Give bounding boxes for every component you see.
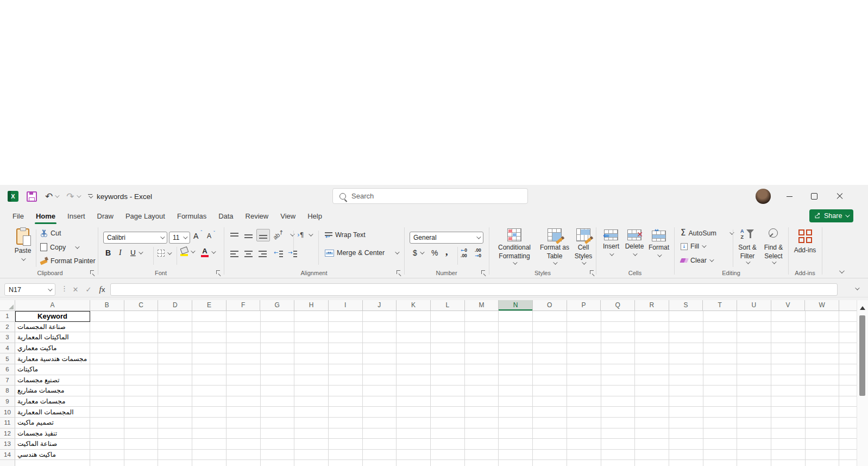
column-header-c[interactable]: C (124, 300, 159, 311)
cell-a1[interactable]: Keyword (15, 311, 90, 322)
column-header-j[interactable]: J (363, 300, 397, 311)
tab-help[interactable]: Help (301, 208, 328, 224)
restore-button[interactable] (802, 185, 827, 208)
format-cells-button[interactable]: ↔ Format (647, 229, 671, 257)
column-header-s[interactable]: S (669, 300, 703, 311)
grid-cells-row-partial[interactable] (90, 460, 857, 466)
merge-center-button[interactable]: ↔ Merge & Center (325, 249, 398, 257)
row-header-14[interactable]: 14 (0, 450, 15, 461)
cell-a7[interactable]: تصنيع مجسمات (15, 375, 90, 386)
excel-app-icon[interactable] (8, 191, 18, 202)
clipboard-dialog-launcher-icon[interactable] (90, 270, 96, 276)
row-header-10[interactable]: 10 (0, 407, 15, 418)
copy-button[interactable]: Copy (40, 243, 78, 251)
find-select-button[interactable]: Find & Select (761, 228, 786, 264)
share-button[interactable]: Share (809, 209, 853, 222)
column-header-w[interactable]: W (805, 300, 839, 311)
delete-cells-button[interactable]: ✕ Delete (623, 229, 646, 256)
decrease-decimal-button[interactable]: .00→0 (475, 248, 481, 259)
tab-formulas[interactable]: Formulas (171, 208, 212, 224)
comma-style-button[interactable]: , (445, 246, 448, 258)
column-header-l[interactable]: L (431, 300, 465, 311)
grid-cells-row-7[interactable] (90, 375, 857, 386)
row-header-1[interactable]: 1 (0, 311, 15, 322)
styles-dialog-launcher-icon[interactable] (590, 270, 595, 276)
autosum-button[interactable]: Σ AutoSum (681, 229, 733, 237)
column-header-d[interactable]: D (158, 300, 192, 311)
row-header-7[interactable]: 7 (0, 375, 15, 386)
column-header-h[interactable]: H (294, 300, 329, 311)
addins-button[interactable]: Add-ins (791, 229, 819, 255)
row-header-12[interactable]: 12 (0, 428, 15, 439)
grid-cells-row-4[interactable] (90, 343, 857, 354)
font-color-button[interactable]: A (201, 247, 215, 257)
row-header-8[interactable]: 8 (0, 386, 15, 396)
tab-data[interactable]: Data (212, 208, 239, 224)
text-direction-button[interactable]: ›¶ (297, 231, 312, 239)
column-header-b[interactable]: B (90, 300, 124, 311)
tab-page-layout[interactable]: Page Layout (119, 208, 171, 224)
row-header-partial[interactable] (0, 460, 15, 466)
column-header-u[interactable]: U (737, 300, 771, 311)
search-input[interactable]: Search (332, 188, 528, 204)
grid-cells-row-6[interactable] (90, 364, 857, 375)
decrease-font-size-button[interactable]: Aˇ (207, 232, 211, 240)
column-header-k[interactable]: K (397, 300, 431, 311)
tab-home[interactable]: Home (30, 208, 61, 224)
expand-formula-bar-icon[interactable] (855, 285, 859, 290)
number-format-combo[interactable]: General (410, 232, 483, 244)
column-header-t[interactable]: T (703, 300, 737, 311)
column-header-a[interactable]: A (15, 300, 90, 311)
cell-a8[interactable]: مجسمات مشاريع (15, 386, 90, 396)
grid-cells-row-11[interactable] (90, 418, 857, 428)
row-header-4[interactable]: 4 (0, 343, 15, 354)
grid-cells-row-13[interactable] (90, 439, 857, 450)
column-header-f[interactable]: F (227, 300, 261, 311)
grid-cells-row-9[interactable] (90, 396, 857, 407)
top-align-button[interactable] (230, 232, 238, 239)
align-center-button[interactable] (244, 250, 253, 257)
row-header-3[interactable]: 3 (0, 332, 15, 343)
cell-a9[interactable]: مجسمات معمارية (15, 396, 90, 407)
decrease-indent-button[interactable]: ← (275, 250, 283, 257)
alignment-dialog-launcher-icon[interactable] (397, 270, 402, 276)
cell-a4[interactable]: ماكيت معماري (15, 343, 90, 354)
orientation-button[interactable]: ab↗ (273, 231, 293, 238)
column-header-o[interactable]: O (533, 300, 567, 311)
row-header-11[interactable]: 11 (0, 418, 15, 428)
bold-button[interactable]: B (105, 248, 111, 257)
percent-style-button[interactable]: % (431, 248, 438, 257)
tab-insert[interactable]: Insert (61, 208, 91, 224)
grid-cells-row-2[interactable] (90, 322, 857, 333)
fill-color-button[interactable] (180, 247, 194, 256)
row-header-13[interactable]: 13 (0, 439, 15, 450)
cell-styles-button[interactable]: Cell Styles (571, 228, 595, 265)
select-all-corner[interactable] (0, 300, 15, 311)
name-box[interactable]: N17 (4, 283, 55, 296)
grid-cells-row-12[interactable] (90, 428, 857, 439)
enter-button[interactable]: ✓ (83, 283, 95, 296)
insert-cells-button[interactable]: ⇐ Insert (600, 229, 622, 256)
middle-align-button[interactable] (244, 232, 253, 239)
column-header-g[interactable]: G (260, 300, 294, 311)
cell-a11[interactable]: تصميم ماكيت (15, 418, 90, 428)
cell-a10[interactable]: المجسمات المعمارية (15, 407, 90, 418)
insert-function-button[interactable]: fx (96, 283, 108, 296)
save-icon[interactable] (27, 191, 37, 202)
cell-a5[interactable]: مجسمات هندسية معمارية (15, 353, 90, 364)
italic-button[interactable]: I (119, 248, 122, 257)
formula-input[interactable] (110, 283, 838, 296)
font-dialog-launcher-icon[interactable] (216, 270, 222, 276)
wrap-text-button[interactable]: ↩ Wrap Text (325, 231, 366, 239)
align-right-button[interactable] (259, 250, 267, 257)
grid-cells-row-3[interactable] (90, 332, 857, 343)
undo-button[interactable]: ↶ (45, 192, 58, 201)
column-header-i[interactable]: I (329, 300, 363, 311)
column-header-q[interactable]: Q (601, 300, 635, 311)
user-avatar[interactable] (756, 189, 771, 204)
borders-button[interactable] (158, 250, 171, 257)
font-name-combo[interactable]: Calibri (103, 232, 167, 244)
conditional-formatting-button[interactable]: Conditional Formatting (493, 228, 536, 265)
cell-a14[interactable]: ماكيت هندسي (15, 450, 90, 461)
format-painter-button[interactable]: Format Painter (40, 257, 96, 265)
